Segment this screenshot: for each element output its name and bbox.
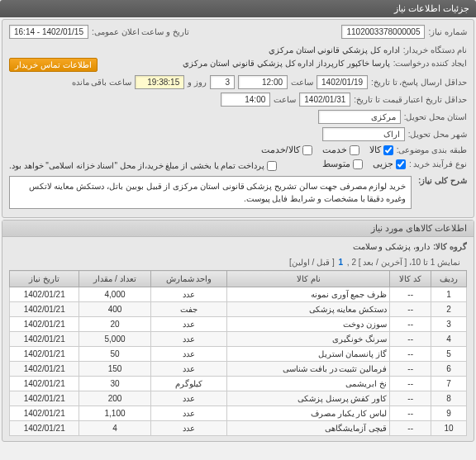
table-row: 10--قیچی آزمایشگاهیعدد41402/01/21	[10, 421, 467, 436]
validity-date-field: 1402/01/31	[299, 92, 350, 107]
cell-date: 1402/01/21	[10, 421, 79, 436]
cell-unit: عدد	[150, 406, 227, 421]
medium-label: متوسط	[322, 159, 350, 169]
service-checkbox[interactable]	[350, 145, 359, 155]
cell-qty: 400	[79, 302, 150, 317]
goods-checkbox[interactable]	[383, 145, 393, 155]
page-header: جزئیات اطلاعات نیاز	[0, 0, 476, 17]
summary-box: خرید لوازم مصرفی جهت سالن تشریح پزشکی قا…	[9, 176, 412, 209]
cell-unit: کیلوگرم	[150, 377, 227, 391]
days-label: روز و	[188, 78, 207, 87]
deadline-date-field: 1402/01/19	[317, 75, 368, 89]
cell-unit: عدد	[150, 317, 227, 332]
validity-time-field: 14:00	[221, 92, 270, 107]
th-row: ردیف	[431, 271, 467, 287]
cell-code: --	[390, 317, 431, 332]
province-field: مرکزی	[318, 110, 401, 124]
cell-qty: 50	[79, 347, 150, 362]
cell-name: سوزن دوخت	[227, 317, 390, 332]
payment-note-checkbox[interactable]	[267, 161, 277, 171]
need-number-label: شماره نیاز:	[428, 27, 467, 36]
request-creator-value: پارسا خاکپور کارپرداز اداره کل پزشکي قان…	[183, 59, 389, 68]
days-value-field: 3	[210, 75, 235, 89]
cell-name: گاز پانسمان استریل	[227, 347, 390, 362]
table-row: 1--ظرف جمع آوری نمونهعدد4,0001402/01/21	[10, 287, 467, 302]
medium-checkbox[interactable]	[353, 159, 363, 169]
validity-time-label: ساعت	[274, 95, 296, 104]
cell-unit: عدد	[150, 362, 227, 377]
table-row: 2--دستکش معاینه پزشکیجفت4001402/01/21	[10, 302, 467, 317]
deadline-time-field: 12:00	[238, 75, 288, 89]
validity-label: حداقل تاریخ اعتبار قیمت تا تاریخ:	[354, 95, 467, 104]
cell-num: 4	[431, 332, 467, 347]
city-field: اراک	[322, 127, 405, 141]
cell-unit: عدد	[150, 347, 227, 362]
cell-unit: جفت	[150, 302, 227, 317]
category-label: طبقه بندی موضوعی:	[397, 145, 467, 154]
province-label: استان محل تحویل:	[404, 112, 467, 121]
city-label: شهر محل تحویل:	[408, 130, 467, 139]
cell-code: --	[390, 332, 431, 347]
cell-date: 1402/01/21	[10, 347, 79, 362]
cell-date: 1402/01/21	[10, 406, 79, 421]
cell-date: 1402/01/21	[10, 287, 79, 302]
table-row: 3--سوزن دوختعدد201402/01/21	[10, 317, 467, 332]
cell-name: نخ ابریشمی	[227, 377, 390, 391]
cell-qty: 5,000	[79, 332, 150, 347]
cell-qty: 1,100	[79, 406, 150, 421]
cell-num: 7	[431, 377, 467, 391]
cell-date: 1402/01/21	[10, 317, 79, 332]
cell-code: --	[390, 421, 431, 436]
cell-name: دستکش معاینه پزشکی	[227, 302, 390, 317]
summary-label: شرح کلی نیاز:	[418, 176, 467, 185]
cell-date: 1402/01/21	[10, 302, 79, 317]
partial-checkbox[interactable]	[396, 159, 406, 169]
cell-name: کاور کفش پرسنل پزشکی	[227, 391, 390, 406]
items-section-title: اطلاعات کالاهای مورد نیاز	[2, 221, 474, 237]
cell-code: --	[390, 362, 431, 377]
announce-datetime-field: 1402/01/15 - 16:14	[9, 25, 88, 39]
cell-date: 1402/01/21	[10, 377, 79, 391]
cell-code: --	[390, 377, 431, 391]
th-qty: تعداد / مقدار	[79, 271, 150, 287]
contact-button[interactable]: اطلاعات تماس خریدار	[9, 58, 98, 72]
cell-code: --	[390, 287, 431, 302]
page-1-link[interactable]: 1	[338, 258, 343, 267]
purchase-type-label: نوع فرآیند خرید :	[409, 159, 467, 168]
partial-label: جزیی	[373, 159, 393, 169]
cell-num: 6	[431, 362, 467, 377]
cell-qty: 4,000	[79, 287, 150, 302]
cell-date: 1402/01/21	[10, 391, 79, 406]
goods-service-checkbox[interactable]	[302, 145, 312, 155]
items-panel: اطلاعات کالاهای مورد نیاز گروه کالا: دار…	[2, 220, 474, 442]
th-name: نام کالا	[227, 271, 390, 287]
cell-unit: عدد	[150, 287, 227, 302]
deadline-label: حداقل ارسال پاسخ، تا تاریخ:	[371, 78, 467, 87]
cell-num: 10	[431, 421, 467, 436]
deadline-time-label: ساعت	[291, 78, 313, 87]
group-label: گروه کالا:	[433, 242, 467, 251]
th-date: تاریخ نیاز	[10, 271, 79, 287]
cell-unit: عدد	[150, 421, 227, 436]
request-creator-label: ایجاد کننده درخواست:	[393, 59, 467, 68]
cell-name: قیچی آزمایشگاهی	[227, 421, 390, 436]
cell-qty: 150	[79, 362, 150, 377]
cell-code: --	[390, 302, 431, 317]
items-table: ردیف کد کالا نام کالا واحد شمارش تعداد /…	[9, 270, 467, 436]
cell-num: 5	[431, 347, 467, 362]
page-title: جزئیات اطلاعات نیاز	[394, 3, 469, 13]
payment-note: پرداخت تمام یا بخشی از مبلغ خرید،از محل …	[9, 161, 264, 170]
group-value: دارو، پزشکی و سلامت	[353, 242, 430, 251]
cell-qty: 20	[79, 317, 150, 332]
cell-name: سرنگ خونگیری	[227, 332, 390, 347]
goods-service-label: کالا/خدمت	[261, 145, 300, 155]
th-unit: واحد شمارش	[150, 271, 227, 287]
cell-name: لباس کار یکبار مصرف	[227, 406, 390, 421]
cell-num: 2	[431, 302, 467, 317]
cell-num: 9	[431, 406, 467, 421]
table-row: 7--نخ ابریشمیکیلوگرم301402/01/21	[10, 377, 467, 391]
cell-num: 8	[431, 391, 467, 406]
announce-datetime-label: تاریخ و ساعت اعلان عمومی:	[92, 27, 189, 36]
cell-qty: 200	[79, 391, 150, 406]
need-number-field: 1102003378000005	[341, 25, 425, 39]
